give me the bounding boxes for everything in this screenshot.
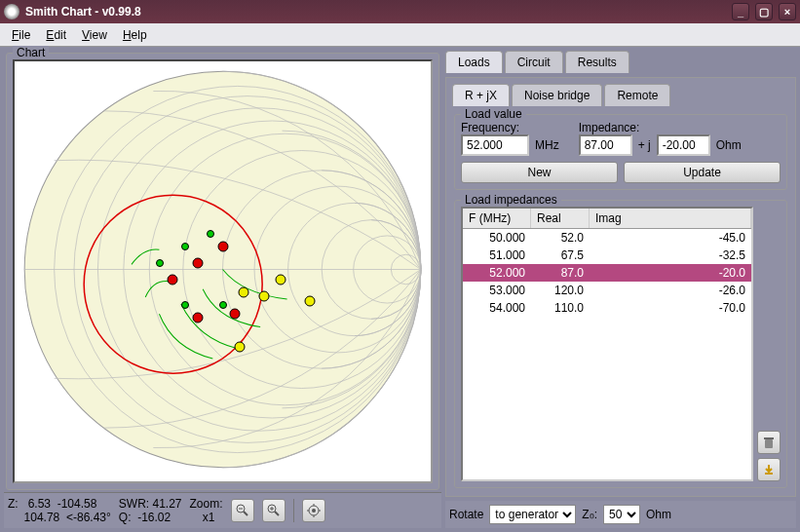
smith-chart[interactable] [13, 59, 433, 483]
col-f[interactable]: F (MHz) [463, 209, 531, 228]
point-green [207, 230, 214, 238]
sub-tabs: R + jX Noise bridge Remote [452, 84, 789, 106]
point-green [181, 243, 189, 250]
svg-rect-28 [764, 437, 774, 439]
col-real[interactable]: Real [531, 209, 590, 228]
statusbar: Z: 6.53 -104.58 104.78 <-86.43° SWR: 41.… [4, 492, 441, 528]
col-imag[interactable]: Imag [590, 209, 751, 228]
menubar: File Edit View Help [0, 23, 800, 47]
settings-button[interactable] [302, 499, 325, 522]
point-yellow [305, 295, 316, 306]
tab-rjx[interactable]: R + jX [452, 84, 510, 106]
impedances-legend: Load impedances [461, 193, 561, 207]
update-button[interactable]: Update [624, 162, 781, 183]
separator [293, 499, 294, 522]
close-button[interactable]: × [779, 3, 796, 20]
point-yellow [238, 287, 248, 298]
impedances-fieldset: Load impedances F (MHz) Real Imag 50.000… [454, 200, 787, 488]
freq-unit: MHz [535, 138, 559, 152]
load-value-fieldset: Load value Frequency: MHz Impedance: + j… [454, 114, 787, 190]
menu-view[interactable]: View [76, 26, 113, 44]
point-yellow [259, 291, 270, 302]
smith-grid [15, 61, 431, 477]
z0-unit: Ohm [646, 508, 671, 521]
svg-rect-27 [765, 439, 773, 448]
tab-remote[interactable]: Remote [604, 84, 670, 106]
svg-rect-29 [765, 473, 773, 475]
z0-label: Z₀: [582, 508, 597, 521]
window-title: Smith Chart - v0.99.8 [25, 5, 726, 19]
bottom-bar: Rotate to generator Z₀: 50 Ohm [445, 501, 796, 528]
main-tabs: Loads Circuit Results [445, 51, 796, 73]
app-icon [4, 4, 19, 19]
maximize-button[interactable]: ▢ [755, 3, 773, 20]
point-green [156, 259, 164, 267]
content: Chart [0, 47, 800, 532]
table-row[interactable]: 50.00052.0-45.0 [463, 229, 751, 247]
right-panel: Loads Circuit Results R + jX Noise bridg… [445, 51, 796, 528]
rotate-select[interactable]: to generator [489, 505, 576, 524]
frequency-label: Frequency: [461, 121, 559, 134]
titlebar: Smith Chart - v0.99.8 _ ▢ × [0, 0, 800, 23]
zoom-in-button[interactable] [262, 499, 286, 522]
table-row[interactable]: 52.00087.0-20.0 [463, 264, 751, 282]
point-red [217, 241, 228, 251]
menu-file[interactable]: File [6, 26, 36, 44]
export-button[interactable] [757, 458, 781, 481]
table-header: F (MHz) Real Imag [463, 209, 751, 229]
plus-j: + j [638, 138, 651, 152]
tab-loads[interactable]: Loads [445, 51, 503, 73]
ohm-unit: Ohm [716, 138, 742, 152]
menu-edit[interactable]: Edit [40, 26, 72, 44]
point-red [230, 308, 241, 319]
point-red [168, 275, 178, 285]
point-green [219, 301, 227, 309]
point-red [192, 312, 203, 323]
point-green [181, 301, 189, 309]
z-readout: Z: 6.53 -104.58 104.78 <-86.43° [8, 497, 111, 524]
table-body: 50.00052.0-45.051.00067.5-32.552.00087.0… [463, 229, 751, 317]
table-buttons [757, 207, 781, 481]
menu-help[interactable]: Help [117, 26, 153, 44]
frequency-input[interactable] [461, 134, 529, 156]
rotate-label: Rotate [449, 508, 483, 521]
table-row[interactable]: 54.000110.0-70.0 [463, 299, 751, 317]
z0-select[interactable]: 50 [603, 505, 640, 524]
zoom-readout: Zoom: x1 [190, 497, 223, 524]
table-row[interactable]: 53.000120.0-26.0 [463, 282, 751, 299]
impedance-real-input[interactable] [579, 134, 632, 156]
tab-results[interactable]: Results [565, 51, 629, 73]
impedance-label: Impedance: [579, 121, 742, 134]
impedance-table[interactable]: F (MHz) Real Imag 50.00052.0-45.051.0006… [461, 207, 753, 481]
svg-line-18 [275, 512, 279, 515]
chart-legend: Chart [13, 46, 49, 59]
tab-noise[interactable]: Noise bridge [512, 84, 602, 106]
loads-panel: R + jX Noise bridge Remote Load value Fr… [445, 77, 796, 497]
tab-circuit[interactable]: Circuit [505, 51, 563, 73]
delete-button[interactable] [757, 431, 781, 454]
svg-point-22 [312, 509, 316, 513]
chart-fieldset: Chart [6, 53, 439, 490]
minimize-button[interactable]: _ [732, 3, 749, 20]
svg-line-15 [244, 512, 248, 515]
impedance-imag-input[interactable] [657, 134, 710, 156]
swr-readout: SWR: 41.27Q: -16.02 [119, 497, 182, 524]
point-yellow [276, 275, 286, 285]
new-button[interactable]: New [461, 162, 618, 183]
load-value-legend: Load value [461, 107, 526, 121]
point-yellow [234, 342, 245, 353]
left-panel: Chart [4, 51, 441, 528]
zoom-out-button[interactable] [231, 499, 254, 522]
point-red [192, 257, 203, 268]
table-row[interactable]: 51.00067.5-32.5 [463, 247, 751, 264]
